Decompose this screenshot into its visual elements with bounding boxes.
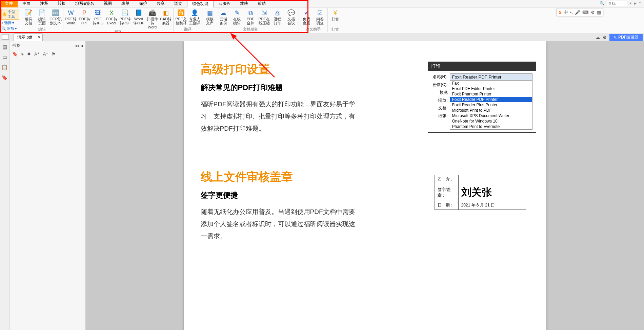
printer-option[interactable]: OneNote for Windows 10 [450, 118, 532, 124]
btn-reward[interactable]: ¥打赏 [329, 9, 341, 21]
menu-view[interactable]: 视图 [99, 0, 117, 7]
signature-illustration: 乙 方： 签字/盖章：刘关张 日 期：2021 年 6 月 21 日 [435, 175, 526, 210]
printer-option[interactable]: Microsoft XPS Document Writer [450, 113, 532, 118]
ime-toolbar[interactable]: S 中 •, 🎤 ⌨ ⚙ ▦ [556, 8, 603, 16]
menu-browse[interactable]: 浏览 [169, 0, 187, 7]
document-tab-label: 演示.pdf [17, 35, 32, 40]
print-dialog-title: 打印 [428, 62, 536, 71]
bm-new-icon[interactable]: ⍟ [21, 51, 24, 57]
btn-pro-translate[interactable]: 👤专业人 工翻译 [188, 9, 201, 25]
document-viewport[interactable]: 高级打印设置 解决常见的PDF打印难题 福昕PDF阅读器拥有强大的打印功能，界面… [86, 41, 644, 330]
menu-table[interactable]: 表单 [117, 0, 134, 7]
menu-share[interactable]: 共享 [152, 0, 169, 7]
rail-bookmark-icon[interactable]: 🔖 [1, 74, 8, 81]
btn-pdf-merge[interactable]: ⧉PDF 合并 [244, 9, 257, 25]
printer-option[interactable]: Foxit Reader PDF Printer [450, 97, 532, 102]
bookmarks-title: 书签 [12, 43, 20, 48]
printer-option[interactable]: Foxit Phantom Printer [450, 91, 532, 97]
sign-name: 刘关张 [458, 184, 526, 201]
btn-ocr[interactable]: 🔤OCR识 别文本 [49, 9, 62, 25]
group-paper: ✔免费 查重 ☑问卷 调查 论文助手 [299, 8, 328, 32]
btn-pdf-compress[interactable]: ⇲PDF在 线压缩 [258, 9, 270, 25]
btn-cloud-backup[interactable]: ☁云端 备份 [217, 9, 229, 25]
bm-smaller-icon[interactable]: A⁻ [43, 51, 48, 57]
bm-flag-icon[interactable]: ⚑ [52, 51, 56, 57]
btn-edit-page[interactable]: 📄编辑 页面 [36, 9, 48, 25]
group-docservice: ▦模板 文库 ☁云端 备份 ✎在线 编辑 ⧉PDF 合并 ⇲PDF在 线压缩 🖨… [202, 8, 299, 32]
btn-cad[interactable]: ◧CAD转 换器 [160, 9, 172, 25]
panel-menu-icon[interactable]: ◂ [81, 43, 83, 48]
group-edit-label: 编辑 [22, 27, 62, 32]
menu-convert[interactable]: 转换 [53, 0, 71, 7]
btn-remote-print[interactable]: 🖨远程 打印 [271, 9, 284, 25]
search-dropdown-icon[interactable]: ▼ [629, 2, 632, 5]
rail-pages-icon[interactable]: ▭ [2, 54, 7, 60]
select-tool[interactable]: ⌖选择▾ [1, 20, 19, 25]
btn-pdf2word[interactable]: WPDF转 Word [65, 9, 77, 25]
btn-pdf2pdf[interactable]: 📑PDF转 转PDF [119, 9, 131, 25]
zoom-tool[interactable]: 🔍缩放▾ [1, 26, 19, 31]
btn-pdf2jpg[interactable]: 🖼PDF 转JPG [92, 9, 104, 25]
settings-icon[interactable]: ⚙ [603, 35, 607, 40]
btn-doc-translate[interactable]: 🈶PDF文 档翻译 [175, 9, 187, 25]
print-label-preview: 预览 [431, 90, 448, 95]
btn-word2pdf[interactable]: 📘Word 转PDF [133, 9, 145, 25]
ime-lang[interactable]: 中 [564, 9, 568, 15]
ime-settings-icon[interactable]: ⚙ [591, 10, 595, 15]
collapse-ribbon-icon[interactable]: ⌃ [639, 1, 642, 6]
quick-tools: ✋手型工具 ⌖选择▾ 🔍缩放▾ 工具 [0, 8, 21, 32]
printer-option[interactable]: Foxit PDF Editor Printer [450, 86, 532, 91]
printer-dropdown[interactable]: Foxit Reader PDF Printer FaxFoxit PDF Ed… [450, 73, 532, 130]
group-translate-label: 翻译 [175, 27, 201, 32]
ime-keyboard-icon[interactable]: ⌨ [582, 10, 589, 15]
btn-edit-doc[interactable]: 📝编辑 文档 [22, 9, 35, 25]
print-label-paper: 纸张: [431, 113, 448, 119]
sign-date-label: 日 期： [435, 201, 458, 210]
bm-add-icon[interactable]: 🔖 [12, 51, 18, 57]
sign-date: 2021 年 6 月 21 日 [458, 201, 526, 210]
btn-survey[interactable]: ☑问卷 调查 [314, 9, 326, 25]
btn-pdf2ppt[interactable]: PPDF转 PPT [78, 9, 90, 25]
menu-feature[interactable]: 特色功能 [187, 0, 214, 8]
printer-option[interactable]: Fax [450, 81, 532, 86]
printer-option[interactable]: Microsoft Print to PDF [450, 108, 532, 113]
menu-play[interactable]: 放映 [235, 0, 253, 7]
menu-protect[interactable]: 保护 [134, 0, 152, 7]
group-convert: WPDF转 Word PPDF转 PPT 🖼PDF 转JPG XPDF转 Exc… [63, 8, 174, 32]
pdf-editor-button[interactable]: ✎ PDF编辑器 [609, 34, 643, 41]
panel-collapse-icon[interactable]: ▸▸ [76, 43, 80, 48]
btn-scan2word[interactable]: 📠扫描件 转Word [146, 9, 158, 29]
menu-home[interactable]: 主页 [18, 0, 35, 7]
cloud-sync-icon[interactable]: ☁ [596, 35, 600, 40]
menu-file[interactable]: 文件 [0, 0, 18, 7]
printer-option[interactable]: Phantom Print to Evernote [450, 124, 532, 129]
group-reward: ¥打赏 打赏 [328, 8, 343, 32]
pdf-page: 高级打印设置 解决常见的PDF打印难题 福昕PDF阅读器拥有强大的打印功能，界面… [184, 41, 546, 330]
rail-clipboard-icon[interactable]: 📋 [1, 64, 8, 70]
btn-doc-meeting[interactable]: 💬文档 会议 [285, 9, 297, 25]
ime-menu-icon[interactable]: ▦ [597, 10, 601, 15]
menu-fill[interactable]: 填写&签名 [71, 0, 99, 7]
printer-option[interactable]: Foxit Reader Plus Printer [450, 102, 532, 108]
search-next-icon[interactable]: ▶ [634, 2, 637, 5]
ime-punct-icon[interactable]: •, [570, 10, 573, 15]
find-icon[interactable]: 🔍 [600, 1, 605, 6]
close-tab-icon[interactable]: × [38, 35, 40, 40]
menu-help[interactable]: 帮助 [253, 0, 270, 7]
document-tab[interactable]: 演示.pdf × [14, 34, 43, 41]
bm-bigger-icon[interactable]: A⁺ [34, 51, 40, 57]
btn-pdf2excel[interactable]: XPDF转 Excel [105, 9, 118, 25]
start-tab[interactable] [2, 34, 9, 40]
btn-free-check[interactable]: ✔免费 查重 [300, 9, 313, 25]
hand-tool[interactable]: ✋手型工具 [1, 9, 19, 20]
search-input[interactable] [607, 1, 627, 6]
btn-template[interactable]: ▦模板 文库 [204, 9, 216, 25]
rail-thumbnails-icon[interactable]: ▤ [2, 44, 7, 50]
sign-sig-label: 签字/盖章： [435, 184, 458, 201]
section1-paragraph: 福昕PDF阅读器拥有强大的打印功能，界面友好易于学习。支持虚拟打印、批量打印等多… [201, 98, 357, 135]
ime-mic-icon[interactable]: 🎤 [575, 10, 580, 15]
menu-cloud[interactable]: 云服务 [214, 0, 235, 7]
bm-del-icon[interactable]: ✖ [27, 51, 31, 57]
menu-note[interactable]: 注释 [35, 0, 53, 7]
btn-online-edit[interactable]: ✎在线 编辑 [231, 9, 243, 25]
